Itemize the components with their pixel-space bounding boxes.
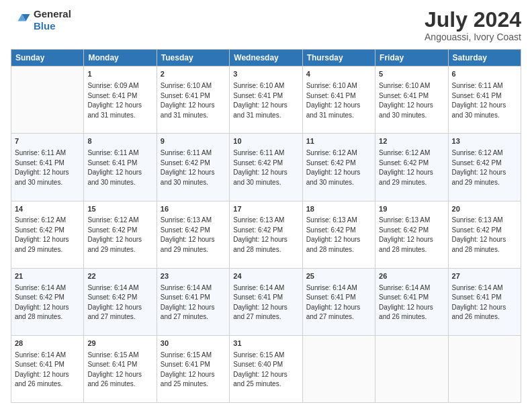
sunrise: Sunrise: 6:10 AM: [161, 82, 212, 89]
calendar-cell: 18Sunrise: 6:13 AMSunset: 6:42 PMDayligh…: [302, 201, 375, 268]
calendar-cell: 14Sunrise: 6:12 AMSunset: 6:42 PMDayligh…: [11, 201, 84, 268]
weekday-header: Saturday: [448, 50, 521, 66]
sunrise: Sunrise: 6:10 AM: [233, 82, 284, 89]
sunrise: Sunrise: 6:12 AM: [452, 149, 503, 156]
sunset: Sunset: 6:41 PM: [15, 361, 64, 368]
calendar-cell: 6Sunrise: 6:11 AMSunset: 6:41 PMDaylight…: [448, 66, 521, 134]
calendar-cell: 21Sunrise: 6:14 AMSunset: 6:42 PMDayligh…: [11, 268, 84, 335]
calendar-cell: 5Sunrise: 6:10 AMSunset: 6:41 PMDaylight…: [375, 66, 448, 134]
sunrise: Sunrise: 6:11 AM: [233, 149, 284, 156]
day-number: 26: [379, 271, 444, 282]
sunset: Sunset: 6:41 PM: [161, 92, 210, 99]
weekday-header: Monday: [84, 50, 157, 66]
day-number: 30: [161, 338, 226, 349]
day-number: 4: [306, 69, 371, 80]
logo-icon: [11, 10, 31, 30]
daylight: Daylight: 12 hours and 27 minutes.: [161, 304, 215, 321]
daylight: Daylight: 12 hours and 30 minutes.: [379, 101, 433, 119]
sunrise: Sunrise: 6:14 AM: [306, 284, 357, 291]
sunset: Sunset: 6:42 PM: [379, 226, 429, 234]
calendar-cell: 9Sunrise: 6:11 AMSunset: 6:42 PMDaylight…: [157, 134, 229, 201]
sunrise: Sunrise: 6:10 AM: [306, 82, 357, 89]
day-number: 20: [452, 204, 517, 215]
calendar-cell: [302, 335, 375, 402]
sunrise: Sunrise: 6:11 AM: [15, 149, 66, 156]
calendar-cell: 4Sunrise: 6:10 AMSunset: 6:41 PMDaylight…: [302, 66, 375, 134]
sunrise: Sunrise: 6:12 AM: [306, 149, 357, 156]
logo-text: General Blue: [34, 8, 71, 32]
weekday-header: Friday: [375, 50, 448, 66]
sunset: Sunset: 6:42 PM: [306, 159, 356, 167]
page: General Blue July 2024 Angouassi, Ivory …: [0, 0, 532, 411]
sunrise: Sunrise: 6:13 AM: [452, 216, 503, 224]
sunrise: Sunrise: 6:14 AM: [379, 284, 430, 291]
sunrise: Sunrise: 6:10 AM: [379, 82, 430, 89]
daylight: Daylight: 12 hours and 26 minutes.: [379, 304, 433, 321]
sunrise: Sunrise: 6:12 AM: [15, 216, 66, 224]
daylight: Daylight: 12 hours and 25 minutes.: [161, 371, 215, 388]
sunset: Sunset: 6:40 PM: [233, 361, 283, 368]
day-number: 17: [233, 204, 298, 215]
sunset: Sunset: 6:41 PM: [306, 92, 356, 99]
sunset: Sunset: 6:41 PM: [452, 92, 502, 99]
sunrise: Sunrise: 6:14 AM: [15, 351, 66, 359]
calendar-cell: 12Sunrise: 6:12 AMSunset: 6:42 PMDayligh…: [375, 134, 448, 201]
sunset: Sunset: 6:42 PM: [452, 226, 502, 234]
daylight: Daylight: 12 hours and 30 minutes.: [87, 169, 142, 186]
header: General Blue July 2024 Angouassi, Ivory …: [11, 8, 521, 42]
sunset: Sunset: 6:41 PM: [233, 293, 283, 301]
sunrise: Sunrise: 6:15 AM: [87, 351, 138, 359]
daylight: Daylight: 12 hours and 28 minutes.: [15, 304, 69, 321]
sunrise: Sunrise: 6:13 AM: [306, 216, 357, 224]
calendar-cell: [448, 335, 521, 402]
calendar-week-row: 28Sunrise: 6:14 AMSunset: 6:41 PMDayligh…: [11, 335, 521, 402]
day-number: 1: [87, 69, 152, 80]
sunset: Sunset: 6:42 PM: [87, 226, 137, 234]
daylight: Daylight: 12 hours and 30 minutes.: [233, 169, 287, 186]
day-number: 13: [452, 136, 517, 147]
calendar-cell: 11Sunrise: 6:12 AMSunset: 6:42 PMDayligh…: [302, 134, 375, 201]
weekday-header: Tuesday: [157, 50, 229, 66]
sunset: Sunset: 6:42 PM: [306, 226, 356, 234]
sunset: Sunset: 6:42 PM: [87, 293, 137, 301]
title-block: July 2024 Angouassi, Ivory Coast: [425, 8, 521, 42]
calendar-cell: 22Sunrise: 6:14 AMSunset: 6:42 PMDayligh…: [84, 268, 157, 335]
weekday-header: Thursday: [302, 50, 375, 66]
daylight: Daylight: 12 hours and 26 minutes.: [452, 304, 506, 321]
sunrise: Sunrise: 6:14 AM: [161, 284, 212, 291]
sunset: Sunset: 6:42 PM: [15, 293, 64, 301]
sunset: Sunset: 6:41 PM: [87, 92, 137, 99]
calendar-cell: [11, 66, 84, 134]
daylight: Daylight: 12 hours and 30 minutes.: [15, 169, 69, 186]
sunrise: Sunrise: 6:15 AM: [233, 351, 284, 359]
sunset: Sunset: 6:41 PM: [379, 92, 429, 99]
calendar-cell: 2Sunrise: 6:10 AMSunset: 6:41 PMDaylight…: [157, 66, 229, 134]
day-number: 5: [379, 69, 444, 80]
calendar-cell: 24Sunrise: 6:14 AMSunset: 6:41 PMDayligh…: [230, 268, 302, 335]
sunrise: Sunrise: 6:14 AM: [452, 284, 503, 291]
calendar-cell: 20Sunrise: 6:13 AMSunset: 6:42 PMDayligh…: [448, 201, 521, 268]
weekday-header: Sunday: [11, 50, 84, 66]
calendar-week-row: 21Sunrise: 6:14 AMSunset: 6:42 PMDayligh…: [11, 268, 521, 335]
calendar-week-row: 7Sunrise: 6:11 AMSunset: 6:41 PMDaylight…: [11, 134, 521, 201]
daylight: Daylight: 12 hours and 27 minutes.: [233, 304, 287, 321]
day-number: 23: [161, 271, 226, 282]
sunset: Sunset: 6:42 PM: [161, 159, 210, 167]
calendar-cell: 13Sunrise: 6:12 AMSunset: 6:42 PMDayligh…: [448, 134, 521, 201]
daylight: Daylight: 12 hours and 27 minutes.: [87, 304, 142, 321]
calendar-cell: 1Sunrise: 6:09 AMSunset: 6:41 PMDaylight…: [84, 66, 157, 134]
daylight: Daylight: 12 hours and 31 minutes.: [87, 101, 142, 119]
calendar-week-row: 14Sunrise: 6:12 AMSunset: 6:42 PMDayligh…: [11, 201, 521, 268]
calendar-cell: 15Sunrise: 6:12 AMSunset: 6:42 PMDayligh…: [84, 201, 157, 268]
calendar-cell: 17Sunrise: 6:13 AMSunset: 6:42 PMDayligh…: [230, 201, 302, 268]
daylight: Daylight: 12 hours and 29 minutes.: [87, 236, 142, 253]
day-number: 25: [306, 271, 371, 282]
day-number: 10: [233, 136, 298, 147]
calendar-cell: 23Sunrise: 6:14 AMSunset: 6:41 PMDayligh…: [157, 268, 229, 335]
day-number: 19: [379, 204, 444, 215]
day-number: 28: [15, 338, 80, 349]
day-number: 21: [15, 271, 80, 282]
sunset: Sunset: 6:41 PM: [233, 92, 283, 99]
calendar-cell: 26Sunrise: 6:14 AMSunset: 6:41 PMDayligh…: [375, 268, 448, 335]
sunrise: Sunrise: 6:13 AM: [379, 216, 430, 224]
